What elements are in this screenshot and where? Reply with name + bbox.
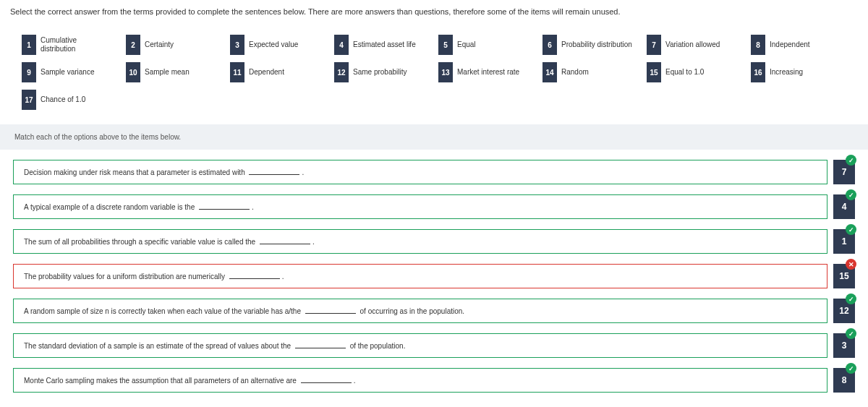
blank-slot[interactable] — [249, 168, 299, 175]
blank-slot[interactable] — [295, 342, 346, 348]
answers-list: Decision making under risk means that a … — [0, 150, 868, 407]
term-option[interactable]: 10Sample mean — [126, 62, 220, 82]
term-option[interactable]: 11Dependent — [230, 62, 324, 82]
term-option[interactable]: 17Chance of 1.0 — [22, 90, 116, 110]
term-label: Equal — [453, 40, 480, 49]
answer-sentence[interactable]: The sum of all probabilities through a s… — [13, 229, 827, 254]
term-number: 16 — [751, 62, 765, 82]
check-icon: ✓ — [846, 294, 856, 304]
term-label: Expected value — [244, 40, 302, 49]
term-label: Sample variance — [36, 68, 98, 77]
term-option[interactable]: 6Probability distribution — [542, 35, 637, 55]
blank-slot[interactable] — [301, 377, 352, 383]
blank-slot[interactable] — [305, 307, 356, 314]
term-label: Independent — [765, 40, 814, 49]
answer-row: Monte Carlo sampling makes the assumptio… — [13, 368, 855, 393]
term-label: Chance of 1.0 — [36, 95, 90, 104]
term-option[interactable]: 8Independent — [751, 35, 845, 55]
answer-row: Decision making under risk means that a … — [13, 160, 855, 184]
term-number: 17 — [22, 90, 36, 110]
term-number: 5 — [438, 35, 453, 55]
check-icon: ✓ — [846, 224, 856, 235]
instructions-text: Select the correct answer from the terms… — [10, 7, 858, 16]
answer-row: The probability values for a uniform dis… — [13, 264, 855, 288]
term-number: 3 — [230, 35, 244, 55]
term-number: 6 — [542, 35, 557, 55]
answer-row: A random sample of size n is correctly t… — [13, 299, 855, 323]
term-option[interactable]: 16Increasing — [751, 62, 845, 82]
term-number: 10 — [126, 62, 140, 82]
term-label: Sample mean — [140, 68, 194, 77]
term-number: 2 — [126, 35, 140, 55]
x-icon: ✕ — [846, 259, 856, 270]
check-icon: ✓ — [846, 328, 856, 339]
term-label: Probability distribution — [557, 40, 637, 49]
term-option[interactable]: 12Same probability — [334, 62, 428, 82]
term-option[interactable]: 15Equal to 1.0 — [647, 62, 741, 82]
term-label: Cumulative distribution — [36, 36, 116, 53]
term-label: Random — [557, 68, 593, 77]
term-option[interactable]: 14Random — [542, 62, 637, 82]
term-option[interactable]: 3Expected value — [230, 35, 324, 55]
answer-sentence[interactable]: A random sample of size n is correctly t… — [13, 299, 827, 323]
term-label: Same probability — [349, 68, 411, 77]
terms-grid: 1Cumulative distribution2Certainty3Expec… — [10, 29, 858, 120]
check-icon: ✓ — [846, 155, 856, 166]
term-label: Variation allowed — [661, 40, 724, 49]
term-option[interactable]: 1Cumulative distribution — [22, 35, 116, 55]
term-option[interactable]: 7Variation allowed — [647, 35, 741, 55]
blank-slot[interactable] — [199, 203, 250, 210]
term-label: Increasing — [765, 68, 807, 77]
term-label: Market interest rate — [453, 68, 524, 77]
term-number: 8 — [751, 35, 765, 55]
term-option[interactable]: 9Sample variance — [22, 62, 116, 82]
term-option[interactable]: 4Estimated asset life — [334, 35, 428, 55]
term-number: 9 — [22, 62, 36, 82]
match-instructions: Match each of the options above to the i… — [0, 124, 868, 150]
term-number: 12 — [334, 62, 349, 82]
term-number: 13 — [438, 62, 453, 82]
answer-sentence[interactable]: Decision making under risk means that a … — [13, 160, 827, 184]
blank-slot[interactable] — [260, 238, 310, 244]
check-icon: ✓ — [846, 363, 856, 374]
answer-row: The standard deviation of a sample is an… — [13, 333, 855, 358]
term-label: Dependent — [244, 68, 289, 77]
answer-row: The sum of all probabilities through a s… — [13, 229, 855, 254]
term-number: 4 — [334, 35, 349, 55]
term-number: 15 — [647, 62, 661, 82]
answer-sentence[interactable]: Monte Carlo sampling makes the assumptio… — [13, 368, 827, 393]
term-label: Estimated asset life — [349, 40, 420, 49]
term-label: Certainty — [140, 40, 178, 49]
answer-sentence[interactable]: The probability values for a uniform dis… — [13, 264, 827, 288]
term-option[interactable]: 5Equal — [438, 35, 532, 55]
blank-slot[interactable] — [229, 273, 280, 279]
answer-sentence[interactable]: A typical example of a discrete random v… — [13, 194, 827, 219]
answer-sentence[interactable]: The standard deviation of a sample is an… — [13, 333, 827, 358]
term-number: 7 — [647, 35, 661, 55]
term-label: Equal to 1.0 — [661, 68, 708, 77]
check-icon: ✓ — [846, 189, 856, 200]
term-option[interactable]: 13Market interest rate — [438, 62, 532, 82]
term-number: 11 — [230, 62, 244, 82]
term-number: 1 — [22, 35, 36, 55]
term-option[interactable]: 2Certainty — [126, 35, 220, 55]
term-number: 14 — [542, 62, 557, 82]
answer-row: A typical example of a discrete random v… — [13, 194, 855, 219]
